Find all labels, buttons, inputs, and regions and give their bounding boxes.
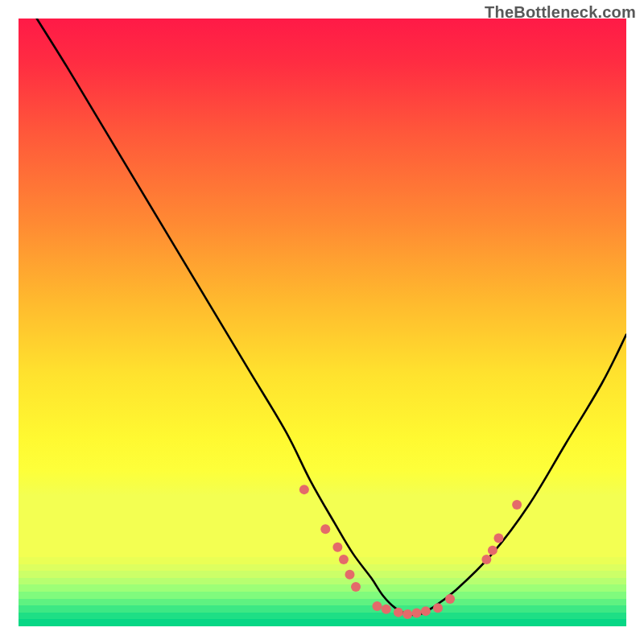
- data-point: [481, 555, 491, 564]
- data-point: [345, 570, 354, 580]
- data-point: [394, 608, 403, 617]
- chart-container: TheBottleneck.com: [0, 0, 644, 644]
- watermark-text: TheBottleneck.com: [485, 3, 636, 22]
- data-point: [488, 546, 497, 555]
- data-point: [421, 606, 431, 616]
- data-point: [299, 485, 309, 494]
- data-point: [339, 555, 349, 564]
- data-point: [320, 524, 330, 534]
- bottleneck-curve: [37, 19, 626, 615]
- chart-svg: [19, 19, 626, 626]
- data-points-group: [299, 485, 522, 619]
- data-point: [351, 582, 361, 592]
- data-point: [332, 543, 342, 552]
- data-point: [433, 603, 443, 613]
- data-point: [445, 594, 455, 604]
- data-point: [382, 605, 391, 614]
- data-point: [412, 608, 422, 617]
- data-point: [402, 609, 412, 619]
- data-point: [493, 534, 503, 543]
- plot-area: [19, 19, 626, 626]
- data-point: [512, 500, 522, 510]
- data-point: [372, 601, 382, 611]
